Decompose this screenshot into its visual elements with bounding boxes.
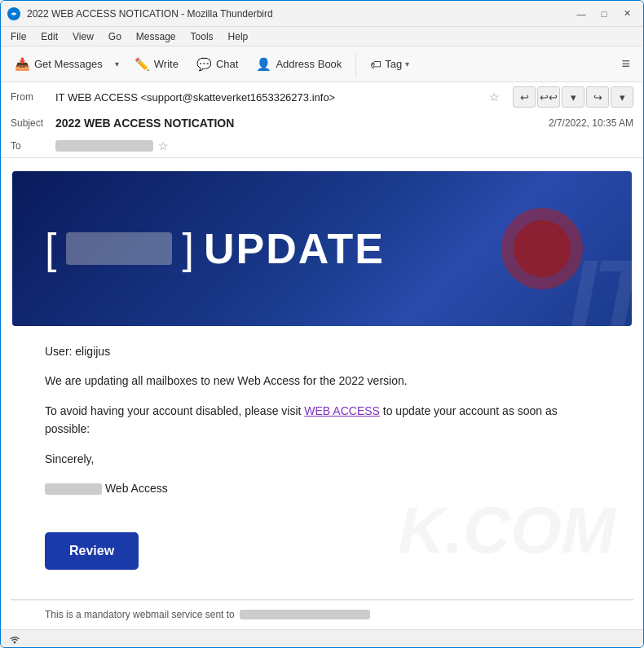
application-window: 2022 WEB ACCESS NOTICATION - Mozilla Thu… (0, 0, 644, 648)
svg-point-1 (14, 641, 16, 643)
footer-note-text: This is a mandatory webmail service sent… (45, 609, 235, 620)
close-button[interactable]: ✕ (617, 6, 637, 22)
get-messages-group: 📥 Get Messages ▾ (7, 53, 124, 76)
email-content-area: K.COM User: eligijus We are updating all… (12, 326, 632, 599)
review-button[interactable]: Review (45, 532, 139, 570)
to-star-icon[interactable]: ☆ (158, 139, 169, 152)
subject-label: Subject (11, 117, 55, 129)
from-value: IT WEB ACCESS <support@skatteverket16533… (55, 91, 484, 104)
to-label: To (11, 140, 55, 152)
banner-update-text: UPDATE (204, 224, 385, 273)
forward-button[interactable]: ↪ (586, 86, 609, 108)
address-book-icon: 👤 (256, 57, 271, 72)
email-banner: IT [ ] UPDATE (12, 171, 632, 326)
menu-bar: File Edit View Go Message Tools Help (1, 27, 643, 46)
get-messages-button[interactable]: 📥 Get Messages (7, 53, 110, 76)
email-timestamp: 2/7/2022, 10:35 AM (549, 117, 633, 129)
hamburger-menu-button[interactable]: ≡ (615, 52, 637, 76)
tag-dropdown-arrow: ▾ (405, 60, 409, 68)
get-messages-dropdown[interactable]: ▾ (110, 55, 124, 73)
body-paragraph-2: To avoid having your account disabled, p… (45, 402, 599, 439)
from-label: From (11, 91, 55, 103)
menu-tools[interactable]: Tools (184, 29, 220, 44)
tag-button[interactable]: 🏷 Tag ▾ (363, 54, 417, 75)
write-label: Write (154, 58, 179, 70)
menu-edit[interactable]: Edit (34, 29, 64, 44)
menu-help[interactable]: Help (222, 29, 255, 44)
star-icon[interactable]: ☆ (489, 90, 500, 104)
menu-message[interactable]: Message (130, 29, 183, 44)
window-title: 2022 WEB ACCESS NOTICATION - Mozilla Thu… (27, 8, 565, 20)
maximize-button[interactable]: □ (594, 6, 614, 22)
banner-blurred-text (66, 232, 172, 265)
reply-all-button[interactable]: ↩↩ (537, 86, 560, 108)
from-row: From IT WEB ACCESS <support@skatteverket… (1, 82, 643, 112)
reply-back-button[interactable]: ↩ (513, 86, 536, 108)
menu-view[interactable]: View (66, 29, 100, 44)
menu-go[interactable]: Go (102, 29, 128, 44)
to-row: To ☆ (1, 134, 643, 157)
email-body: IT [ ] UPDATE K.COM User: eligijus We ar… (1, 158, 643, 629)
address-book-label: Address Book (276, 58, 342, 70)
banner-circle-inner (514, 220, 571, 277)
banner-bracket-open: [ (45, 227, 56, 270)
address-book-button[interactable]: 👤 Address Book (249, 53, 349, 76)
toolbar-separator (355, 53, 356, 76)
write-icon: ✏️ (135, 57, 150, 72)
get-messages-label: Get Messages (34, 58, 103, 70)
subject-row: Subject 2022 WEB ACCESS NOTICATION 2/7/2… (1, 112, 643, 134)
menu-file[interactable]: File (4, 29, 33, 44)
get-messages-icon: 📥 (15, 57, 30, 72)
body-para2-text: To avoid having your account disabled, p… (45, 404, 301, 417)
reply-controls: ↩ ↩↩ ▾ ↪ ▾ (513, 86, 633, 108)
more-button[interactable]: ▾ (611, 86, 633, 108)
body-paragraph-1: We are updating all mailboxes to new Web… (45, 372, 599, 390)
signature-line: Web Access (45, 479, 599, 497)
to-email-blurred (55, 140, 153, 152)
footer-note: This is a mandatory webmail service sent… (12, 600, 632, 628)
banner-bracket-close: ] (182, 227, 193, 270)
tag-icon: 🏷 (370, 58, 382, 71)
footer-email-blurred (240, 610, 370, 619)
reply-down-button[interactable]: ▾ (562, 86, 584, 108)
signature-blurred (45, 483, 102, 495)
wifi-status-icon (7, 632, 22, 646)
email-header: From IT WEB ACCESS <support@skatteverket… (1, 82, 643, 158)
subject-value: 2022 WEB ACCESS NOTICATION (55, 117, 549, 130)
toolbar: 📥 Get Messages ▾ ✏️ Write 💬 Chat 👤 Addre… (1, 46, 643, 82)
write-button[interactable]: ✏️ Write (127, 53, 186, 76)
minimize-button[interactable]: — (571, 6, 591, 22)
chat-icon: 💬 (196, 57, 212, 72)
chat-label: Chat (216, 58, 238, 70)
web-access-suffix: Web Access (105, 482, 168, 495)
user-greeting: User: eligijus (45, 342, 599, 360)
window-controls: — □ ✕ (571, 6, 637, 22)
tag-label: Tag (385, 58, 402, 70)
title-bar: 2022 WEB ACCESS NOTICATION - Mozilla Thu… (1, 1, 643, 27)
web-access-link[interactable]: WEB ACCESS (304, 404, 380, 417)
app-icon (7, 7, 20, 20)
status-bar (1, 629, 643, 647)
banner-text-group: [ ] UPDATE (45, 224, 385, 273)
chat-button[interactable]: 💬 Chat (189, 53, 245, 76)
banner-circle-decoration (501, 208, 583, 289)
sincerely-text: Sincerely, (45, 450, 599, 468)
